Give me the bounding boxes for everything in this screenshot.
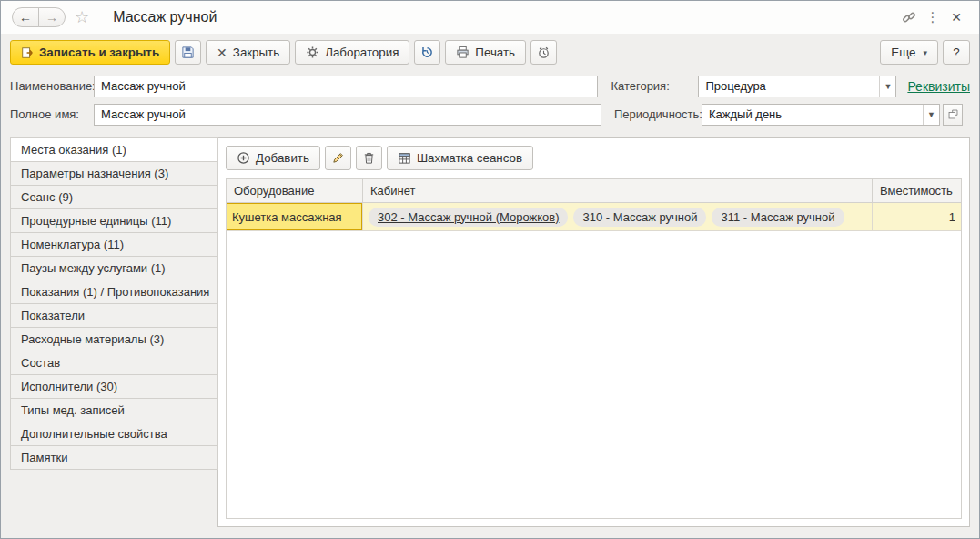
link-icon — [902, 10, 916, 25]
periodicity-value: Каждый день — [702, 107, 923, 121]
close-form-button[interactable]: ✕ Закрыть — [206, 40, 290, 65]
cabinet-pill[interactable]: 311 - Массаж ручной — [712, 208, 844, 227]
cabinet-pill[interactable]: 302 - Массаж ручной (Морожков) — [369, 208, 568, 227]
command-bar: Записать и закрыть ✕ Закрыть Лаборатория — [1, 34, 979, 70]
window: ← → ☆ Массаж ручной ⋮ ✕ Записать и закры… — [0, 0, 980, 539]
help-label: ? — [953, 46, 959, 59]
form-row-fullname: Полное имя: Массаж ручной Периодичность:… — [10, 100, 970, 128]
header-capacity[interactable]: Вместимость — [873, 179, 961, 203]
calendar-grid-icon — [398, 151, 411, 165]
close-icon: ✕ — [951, 10, 962, 25]
content-area: Места оказания (1)Параметры назначения (… — [1, 132, 979, 538]
save-button[interactable] — [175, 40, 201, 65]
equipment-table-body: Кушетка массажная302 - Массаж ручной (Мо… — [227, 203, 961, 231]
requisites-link[interactable]: Реквизиты — [907, 79, 970, 94]
full-name-input[interactable]: Массаж ручной — [94, 104, 601, 126]
sidebar-item[interactable]: Места оказания (1) — [10, 137, 218, 162]
category-dropdown-icon[interactable]: ▼ — [879, 76, 895, 97]
add-icon — [237, 151, 250, 165]
sidebar-item[interactable]: Дополнительные свойства — [10, 422, 218, 446]
favorite-star-icon[interactable]: ☆ — [75, 7, 89, 27]
sidebar-item[interactable]: Расходные материалы (3) — [10, 327, 218, 351]
sidebar-item[interactable]: Типы мед. записей — [10, 398, 218, 422]
back-button[interactable]: ← — [12, 7, 39, 27]
window-close-button[interactable]: ✕ — [945, 6, 968, 28]
titlebar: ← → ☆ Массаж ручной ⋮ ✕ — [1, 1, 979, 34]
print-button[interactable]: Печать — [445, 40, 526, 65]
category-value: Процедура — [699, 79, 879, 93]
close-form-label: Закрыть — [233, 46, 279, 59]
sidebar-item[interactable]: Процедурные единицы (11) — [10, 208, 218, 233]
pencil-icon — [331, 151, 345, 165]
alarm-clock-icon — [537, 46, 551, 59]
sidebar-item[interactable]: Показатели — [10, 303, 218, 328]
header-cabinet[interactable]: Кабинет — [363, 179, 873, 203]
name-input[interactable]: Массаж ручной — [94, 76, 598, 97]
periodicity-select[interactable]: Каждый день ▼ — [702, 104, 940, 126]
name-label: Наименование: — [10, 79, 94, 93]
sidebar-item[interactable]: Номенклатура (11) — [10, 232, 218, 257]
trash-icon — [362, 151, 376, 165]
full-name-label: Полное имя: — [10, 107, 94, 121]
session-grid-button[interactable]: Шахматка сеансов — [387, 146, 533, 170]
periodicity-open-button[interactable] — [943, 104, 963, 126]
capacity-cell[interactable]: 1 — [873, 203, 961, 231]
save-and-close-label: Записать и закрыть — [39, 46, 159, 59]
cabinet-cell[interactable]: 302 - Массаж ручной (Морожков)310 - Масс… — [363, 203, 873, 231]
get-link-button[interactable] — [897, 6, 921, 28]
session-grid-label: Шахматка сеансов — [417, 151, 522, 165]
gear-icon — [306, 46, 319, 59]
full-name-value: Массаж ручной — [101, 107, 186, 121]
equipment-cell[interactable]: Кушетка массажная — [227, 203, 363, 231]
table-empty-area — [227, 231, 961, 518]
category-label: Категория: — [611, 79, 698, 93]
print-label: Печать — [475, 46, 515, 59]
sidebar-item[interactable]: Исполнители (30) — [10, 374, 218, 399]
header-equipment[interactable]: Оборудование — [227, 179, 363, 203]
table-header-row: Оборудование Кабинет Вместимость — [227, 179, 961, 203]
save-and-close-button[interactable]: Записать и закрыть — [10, 40, 170, 65]
close-x-icon: ✕ — [217, 46, 227, 59]
forward-arrow-icon: → — [45, 10, 58, 25]
sidebar-item[interactable]: Состав — [10, 351, 218, 375]
form-row-name: Наименование: Массаж ручной Категория: П… — [10, 72, 970, 100]
category-group: Категория: Процедура ▼ Реквизиты — [611, 76, 970, 97]
history-button[interactable] — [414, 40, 440, 65]
sidebar-item[interactable]: Сеанс (9) — [10, 185, 218, 209]
reminder-button[interactable] — [530, 40, 557, 65]
name-value: Массаж ручной — [101, 79, 186, 93]
periodicity-group: Периодичность: Каждый день ▼ — [614, 104, 963, 126]
menu-dots-icon: ⋮ — [926, 9, 940, 25]
laboratory-label: Лаборатория — [325, 46, 399, 59]
more-button[interactable]: Еще ▾ — [880, 40, 938, 65]
delete-button[interactable] — [356, 146, 382, 170]
sidebar-item[interactable]: Памятки — [10, 445, 218, 470]
table-row[interactable]: Кушетка массажная302 - Массаж ручной (Мо… — [227, 203, 961, 231]
printer-icon — [456, 46, 470, 59]
nav-group: ← → — [12, 7, 66, 27]
sidebar: Места оказания (1)Параметры назначения (… — [10, 137, 218, 527]
help-button[interactable]: ? — [943, 40, 970, 65]
history-icon — [420, 46, 434, 59]
more-label: Еще — [891, 46, 915, 59]
panel-toolbar: Добавить Шахматка сеансов — [218, 138, 969, 177]
form-area: Наименование: Массаж ручной Категория: П… — [1, 70, 979, 132]
laboratory-button[interactable]: Лаборатория — [295, 40, 409, 65]
cabinet-pill[interactable]: 310 - Массаж ручной — [573, 208, 706, 227]
edit-button[interactable] — [325, 146, 351, 170]
add-label: Добавить — [256, 151, 309, 165]
open-form-icon — [947, 108, 959, 120]
sidebar-item[interactable]: Показания (1) / Противопоказания — [10, 280, 218, 304]
equipment-table: Оборудование Кабинет Вместимость Кушетка… — [226, 178, 962, 519]
add-button[interactable]: Добавить — [226, 146, 320, 170]
page-title: Массаж ручной — [113, 9, 217, 25]
forward-button[interactable]: → — [38, 7, 66, 27]
save-close-icon — [21, 46, 34, 59]
sidebar-item[interactable]: Паузы между услугами (1) — [10, 256, 218, 280]
periodicity-dropdown-icon[interactable]: ▼ — [923, 105, 939, 125]
places-panel: Добавить Шахматка сеансов — [217, 137, 970, 527]
sidebar-item[interactable]: Параметры назначения (3) — [10, 161, 218, 186]
window-menu-button[interactable]: ⋮ — [921, 6, 945, 28]
periodicity-label: Периодичность: — [614, 107, 702, 121]
category-select[interactable]: Процедура ▼ — [698, 76, 896, 97]
